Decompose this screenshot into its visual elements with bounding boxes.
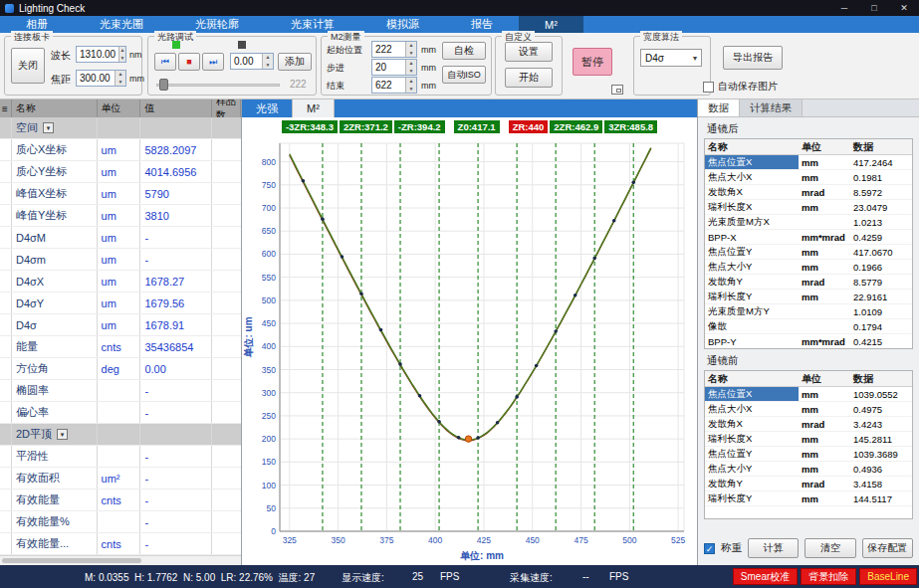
stop-button[interactable]: ■	[178, 53, 200, 71]
spinner-icon[interactable]: ▲▼	[262, 54, 273, 69]
result-table-row[interactable]: 瑞利长度Xmm145.2811	[705, 432, 912, 447]
left-table-row[interactable]: 椭圆率-	[0, 380, 241, 402]
result-table-row[interactable]: BPP-Ymm*mrad0.4215	[705, 334, 912, 349]
spinner-down-icon[interactable]: ▼	[406, 68, 416, 76]
header-name[interactable]: 名称	[12, 99, 98, 117]
spinner-icon[interactable]: ▲▼	[405, 78, 416, 93]
left-table-row[interactable]: 有效能量%-	[0, 511, 241, 533]
pause-button[interactable]: 暂停	[573, 48, 612, 76]
left-table-row[interactable]: D4σum1678.91	[0, 314, 241, 336]
chart-tab-M²[interactable]: M²	[292, 99, 335, 117]
left-table-section-row[interactable]: 空间▾	[0, 117, 241, 139]
minimize-button[interactable]: ─	[829, 0, 859, 16]
left-table-row[interactable]: 有效能量...cnts-	[0, 533, 241, 555]
header-unit[interactable]: 单位	[98, 99, 141, 117]
left-table-row[interactable]: 峰值Y坐标um3810	[0, 205, 241, 227]
status-button-Smear校准[interactable]: Smear校准	[733, 568, 798, 585]
spinner-icon[interactable]: ▲▼	[115, 71, 125, 86]
start-measure-button[interactable]: 开始	[505, 68, 553, 88]
collapse-icon[interactable]: ▾	[57, 429, 68, 440]
spinner-up-icon[interactable]: ▲	[119, 47, 125, 55]
left-table-row[interactable]: 质心Y坐标um4014.6956	[0, 161, 241, 183]
end-input[interactable]: 622 ▲▼	[371, 77, 417, 94]
self-test-button[interactable]: 自检	[442, 42, 486, 60]
start-pos-input[interactable]: 222 ▲▼	[371, 41, 417, 58]
title-bar[interactable]: Lighting Check ─ □ ✕	[0, 0, 919, 16]
result-table-row[interactable]: 瑞利长度Ymm22.9161	[705, 290, 912, 304]
left-table-row[interactable]: 峰值X坐标um5790	[0, 183, 241, 205]
status-button-背景扣除[interactable]: 背景扣除	[801, 568, 856, 585]
caustic-chart[interactable]: 0501001502002503003504004505005506006507…	[242, 135, 698, 565]
result-table-row[interactable]: 焦点位置Ymm1039.3689	[705, 447, 912, 462]
spinner-down-icon[interactable]: ▼	[119, 55, 125, 63]
left-table-row[interactable]: 平滑性-	[0, 446, 241, 468]
spinner-down-icon[interactable]: ▼	[263, 62, 273, 70]
spinner-down-icon[interactable]: ▼	[406, 86, 416, 94]
save-config-button[interactable]: 保存配置	[862, 538, 913, 558]
position-slider[interactable]	[156, 79, 280, 91]
width-algorithm-select[interactable]: D4σ ▾	[640, 49, 702, 67]
result-table-row[interactable]: 发散角Xmrad3.4243	[705, 417, 912, 432]
left-table-row[interactable]: 方位角deg0.00	[0, 358, 241, 380]
result-table-row[interactable]: 发散角Ymrad8.5779	[705, 275, 912, 290]
result-table-row[interactable]: 焦点大小Ymm0.1966	[705, 260, 912, 275]
results-tab-数据[interactable]: 数据	[698, 99, 740, 116]
scrollbar-thumb[interactable]	[2, 558, 141, 563]
left-table-row[interactable]: D4σmum-	[0, 249, 241, 271]
spinner-icon[interactable]: ▲▼	[118, 47, 125, 62]
clear-button[interactable]: 清空	[804, 538, 855, 558]
left-table-row[interactable]: 质心X坐标um5828.2097	[0, 139, 241, 161]
spinner-up-icon[interactable]: ▲	[115, 71, 125, 79]
step-input[interactable]: 20 ▲▼	[371, 59, 417, 76]
spinner-up-icon[interactable]: ▲	[263, 54, 273, 62]
focal-input[interactable]: 300.00 ▲▼	[76, 70, 126, 87]
result-table-row[interactable]: 发散角Xmrad8.5972	[705, 185, 912, 200]
close-board-button[interactable]: 关闭	[11, 48, 45, 84]
menu-tab-模拟源[interactable]: 模拟源	[360, 16, 445, 33]
result-table-row[interactable]: 焦点位置Xmm417.2464	[705, 155, 912, 170]
left-table-section-row[interactable]: 2D平顶▾	[0, 424, 241, 446]
collapse-icon[interactable]: ▾	[43, 122, 54, 133]
result-table-row[interactable]: 发散角Ymrad3.4158	[705, 477, 912, 491]
weigh-checkbox[interactable]: ✓	[704, 543, 715, 554]
slider-thumb[interactable]	[159, 79, 168, 91]
spinner-down-icon[interactable]: ▼	[406, 50, 416, 58]
spinner-up-icon[interactable]: ▲	[406, 42, 416, 50]
auto-iso-button[interactable]: 自动ISO	[442, 66, 486, 84]
status-button-BaseLine[interactable]: BaseLine	[859, 568, 917, 585]
left-table-row[interactable]: D4σYum1679.56	[0, 293, 241, 314]
horizontal-scrollbar[interactable]	[0, 555, 242, 565]
result-table-row[interactable]: BPP-Xmm*mrad0.4259	[705, 230, 912, 245]
results-tab-计算结果[interactable]: 计算结果	[740, 99, 803, 116]
add-button[interactable]: 添加	[278, 53, 312, 71]
header-samples[interactable]: 样品数	[212, 99, 241, 117]
result-table-row[interactable]: 焦点大小Xmm0.1981	[705, 170, 912, 185]
settings-button[interactable]: 设置	[505, 42, 553, 62]
result-table-row[interactable]: 焦点大小Ymm0.4936	[705, 462, 912, 477]
spinner-icon[interactable]: ▲▼	[405, 42, 416, 57]
left-table-row[interactable]: 有效面积um²-	[0, 468, 241, 490]
result-table-row[interactable]: 光束质量M方X1.0213	[705, 215, 912, 230]
result-table-row[interactable]: 焦点位置Xmm1039.0552	[705, 387, 912, 402]
spinner-up-icon[interactable]: ▲	[406, 78, 416, 86]
spinner-icon[interactable]: ▲▼	[405, 60, 416, 75]
left-table-row[interactable]: D4σXum1678.27	[0, 271, 241, 293]
result-table-row[interactable]: 像散0.1794	[705, 319, 912, 334]
spinner-up-icon[interactable]: ▲	[406, 60, 416, 68]
result-table-row[interactable]: 焦点位置Ymm417.0670	[705, 245, 912, 260]
result-table-row[interactable]: 瑞利长度Ymm144.5117	[705, 491, 912, 506]
left-table-row[interactable]: 有效能量cnts-	[0, 490, 241, 511]
auto-save-checkbox[interactable]	[703, 82, 714, 93]
spinner-down-icon[interactable]: ▼	[115, 79, 125, 87]
chart-tab-光强[interactable]: 光强	[242, 99, 292, 117]
step-forward-button[interactable]: ⏭	[202, 53, 224, 71]
result-table-row[interactable]: 焦点大小Xmm0.4975	[705, 402, 912, 417]
close-button[interactable]: ✕	[889, 0, 919, 16]
export-report-button[interactable]: 导出报告	[723, 46, 783, 70]
debug-position-input[interactable]: 0.00 ▲▼	[230, 53, 274, 70]
header-value[interactable]: 值	[140, 99, 212, 117]
left-table-row[interactable]: 能量cnts35436854	[0, 336, 241, 358]
wavelength-input[interactable]: 1310.00 ▲▼	[76, 46, 126, 63]
calculate-button[interactable]: 计算	[748, 538, 799, 558]
maximize-button[interactable]: □	[859, 0, 889, 16]
